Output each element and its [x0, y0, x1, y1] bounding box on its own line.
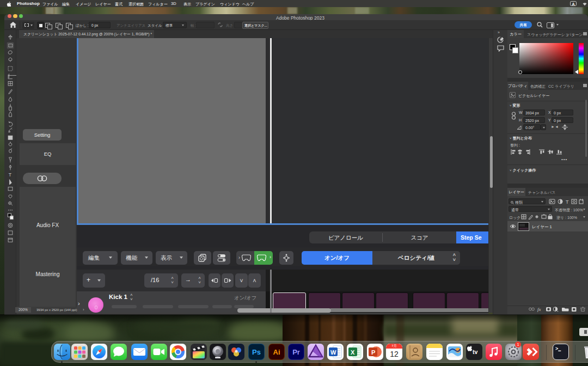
svg-text:X: X — [351, 349, 355, 356]
svg-text:T: T — [566, 199, 569, 205]
svg-text:T: T — [9, 172, 12, 178]
svg-text:fx: fx — [537, 307, 541, 312]
svg-text:P: P — [371, 349, 375, 356]
svg-text:tv: tv — [473, 349, 477, 355]
svg-text:W: W — [330, 349, 336, 356]
